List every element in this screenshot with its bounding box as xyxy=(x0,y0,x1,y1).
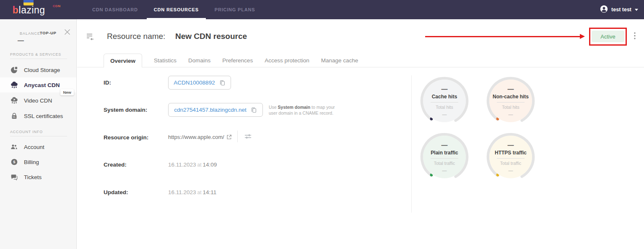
id-label: ID: xyxy=(104,80,111,86)
copy-icon[interactable] xyxy=(219,80,226,86)
tab-preferences[interactable]: Preferences xyxy=(222,54,253,67)
sidebar-item-label: Anycast CDN xyxy=(24,82,60,88)
tabs: Overview Statistics Domains Preferences … xyxy=(104,54,358,67)
sidebar-item-cloud-storage[interactable]: Cloud Storage xyxy=(0,62,76,77)
logo-cdn-badge: CDN xyxy=(53,4,61,8)
tab-domains[interactable]: Domains xyxy=(188,54,210,67)
gauge-non-cache-hits: — Non-cache hits Total hits — xyxy=(486,76,535,126)
nav-cdn-resources[interactable]: CDN RESOURCES xyxy=(147,0,206,19)
chat-bubbles-icon xyxy=(10,174,18,180)
products-section-title: PRODUCTS & SERVICES xyxy=(10,52,61,56)
status-badge[interactable]: Active xyxy=(592,31,624,42)
annotation-arrow-line xyxy=(425,36,580,37)
sidebar-item-label: Cloud Storage xyxy=(24,67,60,73)
sidebar-item-ssl-certificates[interactable]: SSL SSL certificates xyxy=(0,108,76,123)
ssl-lock-icon: SSL xyxy=(10,113,18,119)
user-name: test test xyxy=(611,7,631,13)
sidebar-item-billing[interactable]: $ Billing xyxy=(0,154,76,169)
top-navigation-bar: blazing CDN CDN DASHBOARD CDN RESOURCES … xyxy=(0,0,644,19)
sidebar-item-label: Billing xyxy=(24,159,39,165)
system-domain-label: System domain: xyxy=(104,107,147,113)
resource-origin-value: https://www.apple.com/ xyxy=(168,134,224,140)
sidebar-item-label: SSL certificates xyxy=(24,113,63,119)
traffic-gauges: — Cache hits Total hits — — Non-cache hi… xyxy=(420,76,535,182)
annotation-arrow-head xyxy=(580,34,585,39)
sidebar-item-account[interactable]: Account xyxy=(0,139,76,154)
people-icon xyxy=(10,144,18,150)
tab-statistics[interactable]: Statistics xyxy=(154,54,177,67)
sidebar-item-label: Video CDN xyxy=(24,98,52,104)
video-cloud-icon xyxy=(10,97,18,104)
system-domain-value: cdn27541457.blazingcdn.net xyxy=(174,107,247,113)
balance-label: BALANCE: xyxy=(20,31,42,36)
divider xyxy=(237,131,238,142)
external-link-icon xyxy=(226,134,232,140)
account-section-title: ACCOUNT INFO xyxy=(10,130,43,134)
divider xyxy=(10,136,67,136)
tab-manage-cache[interactable]: Manage cache xyxy=(321,54,358,67)
sidebar: BALANCE: TOP-UP — PRODUCTS & SERVICES Cl… xyxy=(0,19,77,249)
origin-settings-icon[interactable] xyxy=(244,133,252,139)
nav-pricing-plans[interactable]: PRICING PLANS xyxy=(208,0,262,19)
tab-overview[interactable]: Overview xyxy=(104,54,142,67)
resource-origin-link[interactable]: https://www.apple.com/ xyxy=(168,134,232,140)
gauge-plain-traffic: — Plain traffic Total traffic — xyxy=(420,132,469,182)
chevron-down-icon xyxy=(635,9,638,11)
resource-name-label: Resource name: xyxy=(107,32,165,41)
sidebar-item-video-cdn[interactable]: Video CDN New xyxy=(0,93,76,108)
gauge-cache-hits: — Cache hits Total hits — xyxy=(420,76,469,126)
balance-value: — xyxy=(18,37,24,44)
resource-origin-row: https://www.apple.com/ xyxy=(168,134,232,140)
sidebar-item-label: Account xyxy=(24,144,44,150)
id-value: ACDN10008892 xyxy=(174,80,215,86)
resource-name-value: New CDN resource xyxy=(175,32,247,41)
new-badge: New xyxy=(60,89,74,95)
id-value-box: ACDN10008892 xyxy=(168,76,231,90)
svg-text:SSL: SSL xyxy=(13,116,16,118)
tab-access-protection[interactable]: Access protection xyxy=(265,54,309,67)
updated-label: Updated: xyxy=(104,189,128,195)
divider xyxy=(10,59,67,59)
content-divider xyxy=(411,75,412,213)
cloud-network-icon xyxy=(10,82,18,88)
nav-cdn-dashboard[interactable]: CDN DASHBOARD xyxy=(85,0,145,19)
blazingcdn-logo[interactable]: blazing CDN xyxy=(13,0,67,19)
app: blazing CDN CDN DASHBOARD CDN RESOURCES … xyxy=(0,0,644,249)
svg-text:$: $ xyxy=(13,159,16,164)
user-menu[interactable]: test test xyxy=(600,0,638,19)
dollar-circle-icon: $ xyxy=(10,159,18,165)
back-to-list-icon[interactable] xyxy=(86,33,95,40)
sidebar-item-label: Tickets xyxy=(24,174,42,180)
topup-link[interactable]: TOP-UP xyxy=(40,31,56,35)
top-nav-menu: CDN DASHBOARD CDN RESOURCES PRICING PLAN… xyxy=(85,0,264,19)
created-label: Created: xyxy=(104,162,127,168)
avatar-icon xyxy=(600,5,608,15)
updated-value: 16.11.2023at14:11 xyxy=(168,189,216,195)
gauge-https-traffic: — HTTPS traffic Total traffic — xyxy=(486,132,535,182)
system-domain-value-box: cdn27541457.blazingcdn.net xyxy=(168,103,263,117)
copy-icon[interactable] xyxy=(251,107,257,113)
storage-pie-icon xyxy=(10,67,18,74)
system-domain-hint: Use System domain to map your user domai… xyxy=(269,104,342,116)
created-value: 16.11.2023at14:09 xyxy=(168,162,217,168)
logo-text: blazing xyxy=(13,5,45,16)
main-content: Resource name: New CDN resource Active O… xyxy=(77,19,644,249)
resource-origin-label: Resource origin: xyxy=(104,134,148,141)
sidebar-item-tickets[interactable]: Tickets xyxy=(0,169,76,185)
close-icon[interactable] xyxy=(64,28,71,36)
kebab-menu-icon[interactable] xyxy=(634,32,636,39)
